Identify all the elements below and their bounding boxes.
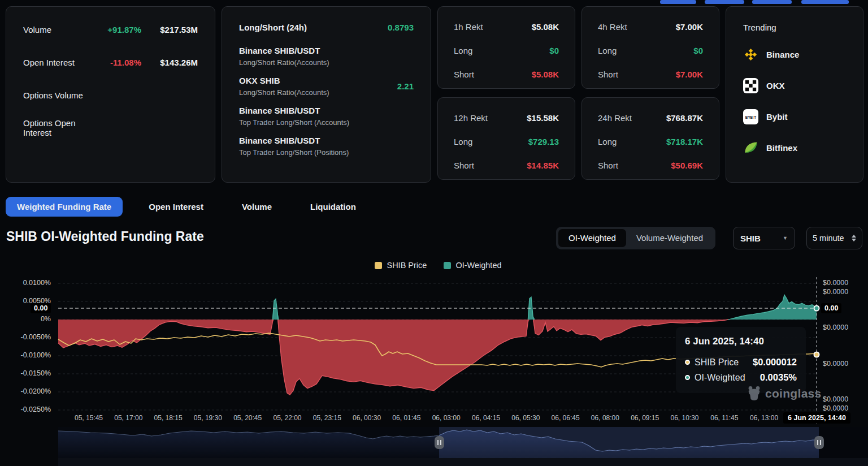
coinglass-bear-icon [747,386,761,401]
y-right-tick: $0.0000 [823,404,867,412]
y-left-tick: -0.0200% [3,387,51,395]
watermark-text: coinglass [765,387,822,400]
tooltip-row: OI-Weighted0.0035% [685,370,797,385]
y-right-tick: $0.0000 [823,279,867,287]
tooltip-row: SHIB Price$0.000012 [685,355,797,370]
y-left-tick: -0.0100% [3,351,51,359]
zero-line-badge-right: 0.00 [821,303,841,313]
y-right-tick: $0.0000 [823,360,867,368]
funding-rate-chart[interactable] [0,0,868,466]
coinglass-watermark: coinglass [747,386,822,401]
tooltip-series-dot [685,375,690,380]
chart-tooltip: 6 Jun 2025, 14:40 SHIB Price$0.000012OI-… [676,327,806,393]
tooltip-series-value: $0.000012 [753,357,797,368]
tooltip-date: 6 Jun 2025, 14:40 [685,336,797,347]
x-axis-tick: 06, 13:00 [740,414,788,422]
y-left-tick: -0.0150% [3,369,51,377]
tooltip-series-dot [685,360,690,365]
tooltip-series-value: 0.0035% [760,372,797,383]
y-left-tick: -0.0250% [3,405,51,413]
navigator-right-handle[interactable] [814,436,824,449]
y-left-tick: 0% [3,315,51,323]
navigator-left-handle[interactable] [435,436,444,449]
y-right-tick: $0.0000 [823,288,867,296]
crosshair-date-badge: 6 Jun 2025, 14:40 [783,412,850,424]
y-left-tick: 0.0100% [3,279,51,287]
tooltip-series-label: OI-Weighted [695,373,745,383]
zero-line-badge-left: 0.00 [31,303,51,313]
y-right-tick: $0.0000 [823,323,867,331]
tooltip-series-label: SHIB Price [695,357,739,368]
y-right-tick: $0.0000 [823,395,867,403]
coinglass-funding-dashboard: Volume+91.87%$217.53MOpen Interest-11.08… [0,0,868,466]
y-left-tick: -0.0050% [3,333,51,341]
